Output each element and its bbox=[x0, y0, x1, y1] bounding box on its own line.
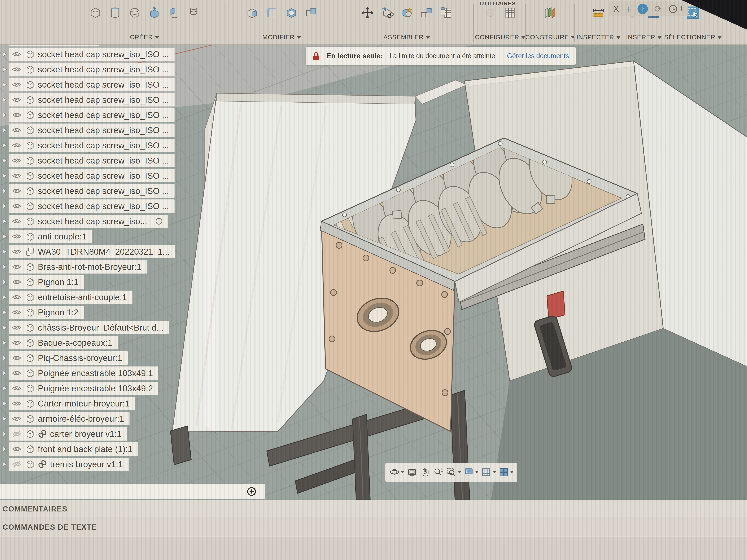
browser-tree-row[interactable]: Bras-anti-rot-mot-Broyeur:1 bbox=[0, 259, 278, 274]
manage-documents-link[interactable]: Gérer les documents bbox=[507, 52, 569, 60]
expand-chevron-icon[interactable] bbox=[0, 340, 9, 346]
create-revolve-icon[interactable] bbox=[166, 5, 182, 21]
browser-tree-row[interactable]: carter broyeur v1:1 bbox=[0, 426, 278, 442]
menu-modify[interactable]: MODIFIER bbox=[262, 33, 301, 42]
menu-create[interactable]: CRÉER bbox=[130, 33, 159, 42]
browser-tree-row[interactable]: Plq-Chassis-broyeur:1 bbox=[0, 350, 278, 366]
create-sphere-icon[interactable] bbox=[127, 5, 143, 21]
expand-chevron-icon[interactable] bbox=[0, 97, 9, 103]
job-status-icon[interactable]: 1 bbox=[668, 4, 683, 14]
browser-tree-row[interactable]: front and back plate (1):1 bbox=[0, 442, 278, 457]
expand-chevron-icon[interactable] bbox=[0, 142, 9, 149]
browser-tree-row[interactable]: entretoise-anti-couple:1 bbox=[0, 290, 278, 305]
expand-chevron-icon[interactable] bbox=[0, 127, 9, 133]
browser-tree-row[interactable]: châssis-Broyeur_Défaut<Brut d... bbox=[0, 320, 278, 335]
create-coil-icon[interactable] bbox=[186, 5, 202, 21]
text-commands-panel-header[interactable]: COMMANDES DE TEXTE bbox=[0, 517, 747, 537]
configure-table-icon[interactable] bbox=[502, 5, 518, 21]
display-settings-tool[interactable] bbox=[463, 467, 479, 478]
text-commands-console[interactable] bbox=[0, 537, 747, 560]
visibility-eye-icon[interactable] bbox=[12, 51, 22, 58]
visibility-eye-icon[interactable] bbox=[12, 294, 22, 301]
browser-tree-row[interactable]: WA30_TDRN80M4_20220321_1... bbox=[0, 244, 278, 259]
expand-chevron-icon[interactable] bbox=[0, 157, 9, 164]
expand-chevron-icon[interactable] bbox=[0, 385, 9, 392]
new-component-icon[interactable] bbox=[399, 5, 415, 21]
visibility-eye-icon[interactable] bbox=[12, 430, 22, 437]
visibility-eye-icon[interactable] bbox=[12, 142, 22, 149]
expand-chevron-icon[interactable] bbox=[0, 431, 9, 437]
menu-insert[interactable]: INSÉRER bbox=[626, 33, 662, 42]
visibility-eye-icon[interactable] bbox=[12, 187, 22, 195]
expand-chevron-icon[interactable] bbox=[0, 66, 9, 73]
press-pull-icon[interactable] bbox=[244, 5, 260, 21]
visibility-eye-icon[interactable] bbox=[12, 415, 22, 422]
visibility-eye-icon[interactable] bbox=[12, 369, 22, 377]
create-extrude-icon[interactable] bbox=[146, 5, 162, 21]
browser-tree-row[interactable]: Poignée encastrable 103x49:2 bbox=[0, 381, 278, 396]
expand-chevron-icon[interactable] bbox=[0, 248, 9, 255]
visibility-eye-icon[interactable] bbox=[12, 96, 22, 104]
visibility-eye-icon[interactable] bbox=[12, 324, 22, 331]
combine-icon[interactable] bbox=[303, 5, 319, 21]
expand-chevron-icon[interactable] bbox=[0, 233, 9, 240]
browser-tree-row[interactable]: Carter-moteur-broyeur:1 bbox=[0, 396, 278, 411]
insert-link-icon[interactable] bbox=[379, 5, 395, 21]
browser-tree-row[interactable]: socket head cap screw_iso_ISO ... bbox=[0, 107, 278, 123]
browser-tree-row[interactable]: socket head cap screw_iso_ISO ... bbox=[0, 62, 278, 77]
browser-tree-row[interactable]: socket head cap screw_iso... bbox=[0, 214, 278, 229]
visibility-eye-icon[interactable] bbox=[12, 263, 22, 271]
browser-tree-row[interactable]: socket head cap screw_iso_ISO ... bbox=[0, 77, 278, 92]
expand-chevron-icon[interactable] bbox=[0, 461, 9, 468]
expand-chevron-icon[interactable] bbox=[0, 446, 9, 452]
grid-settings-tool[interactable] bbox=[481, 467, 496, 478]
visibility-eye-icon[interactable] bbox=[12, 66, 22, 73]
zoom-window-tool[interactable] bbox=[446, 467, 461, 478]
visibility-eye-icon[interactable] bbox=[12, 248, 22, 256]
visibility-eye-icon[interactable] bbox=[12, 309, 22, 316]
browser-tree-row[interactable]: anti-couple:1 bbox=[0, 229, 278, 244]
fillet-icon[interactable] bbox=[264, 5, 280, 21]
expand-chevron-icon[interactable] bbox=[0, 309, 9, 316]
browser-tree-row[interactable]: socket head cap screw_iso_ISO ... bbox=[0, 138, 278, 153]
visibility-eye-icon[interactable] bbox=[12, 400, 22, 407]
visibility-eye-icon[interactable] bbox=[12, 218, 22, 225]
expand-chevron-icon[interactable] bbox=[0, 188, 9, 194]
visibility-eye-icon[interactable] bbox=[12, 445, 22, 453]
visibility-eye-icon[interactable] bbox=[12, 339, 22, 346]
visibility-eye-icon[interactable] bbox=[12, 157, 22, 164]
expand-chevron-icon[interactable] bbox=[0, 203, 9, 209]
construct-plane-icon[interactable] bbox=[542, 5, 558, 21]
menu-select[interactable]: SÉLECTIONNER bbox=[664, 33, 722, 42]
visibility-eye-icon[interactable] bbox=[12, 354, 22, 362]
close-tab-icon[interactable]: X bbox=[613, 4, 619, 14]
expand-chevron-icon[interactable] bbox=[0, 355, 9, 361]
measure-icon[interactable] bbox=[590, 5, 607, 21]
expand-chevron-icon[interactable] bbox=[0, 324, 9, 331]
upload-icon[interactable]: ↑ bbox=[638, 4, 648, 14]
joint-icon[interactable] bbox=[418, 5, 434, 21]
move-icon[interactable] bbox=[359, 5, 375, 21]
browser-tree-row[interactable]: tremis broyeur v1:1 bbox=[0, 457, 278, 472]
look-at-tool[interactable] bbox=[407, 467, 417, 478]
expand-chevron-icon[interactable] bbox=[0, 81, 9, 88]
expand-chevron-icon[interactable] bbox=[0, 400, 9, 407]
visibility-eye-icon[interactable] bbox=[12, 172, 22, 180]
expand-chevron-icon[interactable] bbox=[0, 416, 9, 422]
browser-tree-row[interactable]: Baque-a-copeaux:1 bbox=[0, 335, 278, 350]
browser-tree-row[interactable]: socket head cap screw_iso_ISO ... bbox=[0, 123, 278, 138]
expand-chevron-icon[interactable] bbox=[0, 279, 9, 285]
visibility-eye-icon[interactable] bbox=[12, 460, 22, 468]
viewports-tool[interactable] bbox=[498, 467, 514, 478]
expand-chevron-icon[interactable] bbox=[0, 264, 9, 270]
create-box-icon[interactable] bbox=[87, 5, 103, 21]
browser-tree-row[interactable]: socket head cap screw_iso_ISO ... bbox=[0, 198, 278, 214]
orbit-tool[interactable] bbox=[389, 467, 404, 478]
browser-tree-row[interactable]: socket head cap screw_iso_ISO ... bbox=[0, 168, 278, 183]
zoom-tool[interactable] bbox=[433, 467, 443, 478]
browser-tree-row[interactable]: socket head cap screw_iso_ISO ... bbox=[0, 153, 278, 168]
visibility-eye-icon[interactable] bbox=[12, 203, 22, 210]
bom-table-icon[interactable] bbox=[438, 5, 454, 21]
new-tab-icon[interactable]: + bbox=[625, 3, 631, 15]
visibility-eye-icon[interactable] bbox=[12, 384, 22, 392]
